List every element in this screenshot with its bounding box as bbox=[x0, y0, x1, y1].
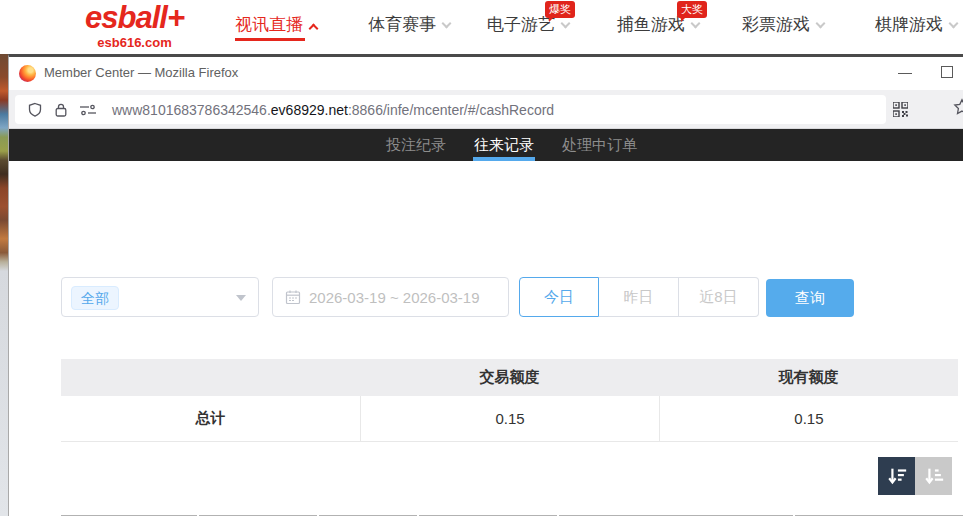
nav-item-boardgames[interactable]: 棋牌游戏 bbox=[875, 0, 957, 50]
date-range-input[interactable]: 2026-03-19 ~ 2026-03-19 bbox=[272, 277, 509, 317]
summary-trade-amount-value: 0.15 bbox=[360, 396, 659, 441]
nav-item-sports[interactable]: 体育赛事 bbox=[368, 0, 450, 50]
tab-cash-records[interactable]: 往来记录 bbox=[474, 129, 534, 161]
tab-pending-orders[interactable]: 处理中订单 bbox=[562, 129, 637, 161]
jackpot-badge: 爆奖 bbox=[545, 1, 575, 18]
summary-header-current-amount: 现有额度 bbox=[659, 359, 958, 396]
summary-header-row: 交易额度 现有额度 bbox=[61, 359, 958, 396]
chevron-up-icon bbox=[309, 24, 319, 34]
summary-total-row: 总计 0.15 0.15 bbox=[61, 396, 958, 442]
bigprize-badge: 大奖 bbox=[677, 1, 707, 18]
logo-title: esball+ bbox=[85, 1, 184, 35]
firefox-window: Member Center — Mozilla Firefox www81016… bbox=[8, 54, 963, 516]
nav-item-lottery[interactable]: 彩票游戏 bbox=[742, 0, 824, 50]
url-domain: ev68929.net bbox=[271, 102, 348, 118]
firefox-icon bbox=[19, 65, 36, 82]
member-tab-bar: 投注纪录 往来记录 处理中订单 bbox=[9, 129, 963, 161]
summary-total-label: 总计 bbox=[61, 396, 360, 441]
site-header: esball+ esb616.com 视讯直播 体育赛事 电子游艺 捕鱼游戏 彩… bbox=[0, 0, 963, 54]
qr-code-icon[interactable] bbox=[893, 102, 908, 121]
search-button[interactable]: 查询 bbox=[766, 279, 854, 317]
tab-betting-records[interactable]: 投注纪录 bbox=[386, 129, 446, 161]
window-title: Member Center — Mozilla Firefox bbox=[44, 65, 238, 80]
logo-domain: esb616.com bbox=[85, 35, 184, 50]
summary-table: 交易额度 现有额度 总计 0.15 0.15 bbox=[61, 359, 958, 442]
sort-ascending-button[interactable] bbox=[915, 457, 952, 495]
bookmark-star-icon[interactable] bbox=[953, 98, 963, 120]
minimize-button[interactable] bbox=[898, 73, 912, 74]
url-prefix: www8101683786342546. bbox=[112, 102, 271, 118]
chevron-down-icon bbox=[442, 19, 452, 29]
chevron-down-icon bbox=[561, 19, 571, 29]
summary-current-amount-value: 0.15 bbox=[659, 396, 958, 441]
permissions-icon[interactable] bbox=[79, 103, 97, 117]
browser-toolbar: www8101683786342546.ev68929.net:8866/inf… bbox=[9, 90, 963, 129]
url-text: www8101683786342546.ev68929.net:8866/inf… bbox=[112, 102, 554, 118]
lock-icon[interactable] bbox=[54, 102, 68, 118]
summary-header-empty bbox=[61, 359, 360, 396]
nav-item-live-video[interactable]: 视讯直播 bbox=[235, 0, 317, 50]
chevron-down-icon bbox=[816, 19, 826, 29]
category-selected-tag[interactable]: 全部 bbox=[71, 286, 119, 310]
sort-descending-icon bbox=[886, 465, 908, 487]
select-caret-icon bbox=[236, 295, 246, 301]
url-suffix: :8866/infe/mcenter/#/cashRecord bbox=[348, 102, 554, 118]
summary-header-trade-amount: 交易额度 bbox=[360, 359, 659, 396]
sort-ascending-icon bbox=[923, 465, 945, 487]
sort-descending-button[interactable] bbox=[878, 457, 915, 495]
screenshot-root: esball+ esb616.com 视讯直播 体育赛事 电子游艺 捕鱼游戏 彩… bbox=[0, 0, 963, 516]
quick-date-buttons: 今日 昨日 近8日 bbox=[519, 277, 759, 317]
maximize-button[interactable] bbox=[941, 66, 953, 78]
today-button[interactable]: 今日 bbox=[519, 277, 599, 317]
shield-icon[interactable] bbox=[27, 102, 43, 118]
category-select[interactable]: 全部 bbox=[61, 277, 259, 317]
esball-logo[interactable]: esball+ esb616.com bbox=[85, 1, 184, 50]
url-bar[interactable]: www8101683786342546.ev68929.net:8866/inf… bbox=[15, 95, 886, 124]
window-titlebar[interactable]: Member Center — Mozilla Firefox bbox=[9, 57, 963, 90]
calendar-icon bbox=[285, 289, 301, 305]
sort-controls bbox=[878, 457, 952, 495]
last8days-button[interactable]: 近8日 bbox=[679, 277, 759, 317]
chevron-down-icon bbox=[949, 19, 959, 29]
member-tabs: 投注纪录 往来记录 处理中订单 bbox=[386, 129, 637, 161]
cash-record-content: 全部 2026-03-19 ~ 2026-03-19 今日 昨日 近8日 查询 … bbox=[9, 161, 963, 516]
desktop-background-strip bbox=[0, 54, 8, 516]
chevron-down-icon bbox=[691, 19, 701, 29]
date-range-value: 2026-03-19 ~ 2026-03-19 bbox=[309, 289, 480, 306]
yesterday-button[interactable]: 昨日 bbox=[599, 277, 679, 317]
